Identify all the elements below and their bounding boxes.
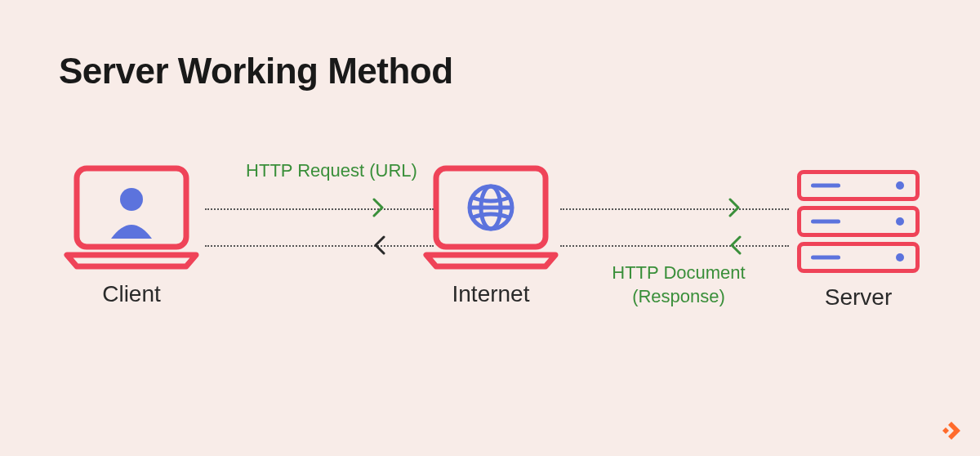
client-node: Client (62, 163, 201, 307)
client-label: Client (62, 281, 201, 307)
internet-node: Internet (421, 163, 560, 307)
response-line-server-internet (560, 245, 789, 247)
svg-marker-7 (942, 427, 949, 434)
client-laptop-icon (62, 163, 201, 270)
chevron-left-icon (371, 234, 387, 261)
rack-unit-icon (797, 206, 920, 237)
chevron-right-icon (727, 196, 743, 223)
request-line-internet-server (560, 208, 789, 210)
chevron-right-icon (371, 196, 387, 223)
svg-point-1 (120, 188, 143, 211)
response-line-internet-client (205, 245, 434, 247)
internet-label: Internet (421, 281, 560, 307)
server-label: Server (789, 284, 928, 311)
request-line-client-internet (205, 208, 434, 210)
rack-unit-icon (797, 170, 920, 201)
response-flow-label: HTTP Document (Response) (572, 262, 785, 308)
rack-unit-icon (797, 242, 920, 273)
diagram-canvas: Client Internet S (62, 163, 931, 351)
internet-laptop-icon (421, 163, 560, 270)
server-node: Server (789, 170, 928, 311)
brand-logo-icon (941, 420, 962, 441)
diagram-title: Server Working Method (59, 51, 453, 92)
chevron-left-icon (727, 234, 743, 261)
svg-marker-6 (948, 422, 960, 440)
server-rack-icon (789, 170, 928, 273)
request-flow-label: HTTP Request (URL) (225, 159, 438, 183)
